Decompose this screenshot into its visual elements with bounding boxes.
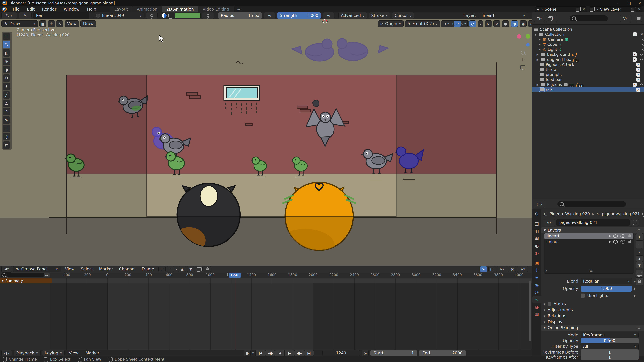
playhead[interactable]: [235, 274, 235, 350]
outliner-row-scene-collection[interactable]: Scene Collection: [532, 27, 644, 32]
viewport[interactable]: ✎ Draw ∨ ▣ ✛ ✳ View Draw ⌲ Origin ∨ ✎ Fr…: [0, 19, 532, 266]
properties-tab-particles[interactable]: ✦: [532, 274, 541, 281]
animate-dot-icon[interactable]: ●: [634, 280, 636, 283]
menu-edit[interactable]: Edit: [23, 6, 38, 12]
editor-type-dropdown[interactable]: ▢ ∨: [534, 15, 545, 22]
draw-menu[interactable]: Draw: [80, 20, 96, 27]
dope-sheet-menu-frame[interactable]: Frame: [139, 267, 157, 272]
keyframes-before-field[interactable]: 1: [580, 350, 639, 355]
move-layer-up-button[interactable]: ▲: [636, 255, 643, 262]
menu-render[interactable]: Render: [38, 6, 60, 12]
dope-sheet-menu-marker[interactable]: Marker: [96, 267, 116, 272]
exclude-checkbox[interactable]: ✓: [636, 78, 640, 82]
playback-menu[interactable]: Playback ∨: [14, 350, 40, 356]
previous-keyframe-button[interactable]: ◀◆: [265, 350, 275, 356]
advanced-dropdown[interactable]: Advanced ∨: [338, 12, 367, 19]
strength-pressure-button[interactable]: ∿: [323, 12, 334, 19]
tool-eyedropper-button[interactable]: ✦: [3, 83, 10, 90]
layer-row-colour[interactable]: colour: [544, 239, 634, 245]
pan-hand-icon[interactable]: ✛: [521, 58, 524, 62]
tool-box-button[interactable]: □: [3, 125, 10, 132]
timeline-ruler[interactable]: -400-20002004006008001000120014001600180…: [0, 273, 532, 278]
hide-eye-icon[interactable]: [642, 38, 644, 41]
collapse-icon[interactable]: ▼: [2, 279, 4, 282]
move-channel-up-button[interactable]: ▲: [179, 266, 186, 272]
hide-eye-icon[interactable]: [620, 234, 626, 238]
grease-pencil-canvas[interactable]: [0, 19, 532, 266]
summary-channel[interactable]: ▼ Summary: [0, 278, 52, 283]
shading-solid-button[interactable]: ●: [502, 20, 509, 27]
gp-datablock-dropdown[interactable]: ∿ ∨: [544, 219, 555, 226]
opacity-slider[interactable]: 1.000: [580, 286, 632, 292]
shading-material-button[interactable]: ◑: [511, 20, 518, 27]
shading-dropdown[interactable]: ∨: [528, 20, 532, 27]
channel-region[interactable]: ↔ ▼ Summary: [0, 273, 50, 350]
stroke-dropdown[interactable]: Stroke ∨: [369, 12, 390, 19]
axis-z-icon[interactable]: [526, 43, 530, 46]
material-dropdown[interactable]: lineart.049 ∨: [93, 12, 144, 19]
camera-view-icon[interactable]: [520, 65, 525, 69]
outliner-row-cube[interactable]: ▶ ▽ Cube △: [532, 42, 644, 47]
tool-tint-button[interactable]: ◑: [3, 66, 10, 73]
outliner-row-prompts[interactable]: prompts ✓: [532, 72, 644, 77]
onion-mode-dropdown[interactable]: Keyframes ∨: [580, 332, 639, 338]
axis-y-icon[interactable]: [526, 34, 530, 38]
outliner-row-food-bar[interactable]: food bar ✓: [532, 77, 644, 82]
expand-icon[interactable]: ▶: [536, 53, 539, 56]
display-panel-header[interactable]: ▶ Display: [541, 319, 644, 325]
outliner-row-light[interactable]: ▶ ◍ Light ⊙: [532, 47, 644, 52]
overlays-dropdown[interactable]: ∨: [478, 20, 483, 27]
keying-menu[interactable]: Keying ∨: [42, 350, 64, 356]
properties-tab-object-data[interactable]: ∿: [532, 296, 541, 303]
axis-x-icon[interactable]: [517, 34, 521, 38]
onion-skinning-panel-header[interactable]: ▼ Onion Skinning ∷∷: [541, 325, 644, 331]
masks-checkbox[interactable]: [548, 302, 552, 306]
close-button[interactable]: ✕: [638, 1, 641, 5]
properties-tab-world[interactable]: ◍: [532, 249, 541, 257]
maximize-button[interactable]: □: [628, 1, 631, 5]
filter-dropdown[interactable]: All ∨: [580, 343, 639, 350]
hide-eye-icon[interactable]: [640, 83, 644, 86]
jump-to-end-button[interactable]: ▶|: [304, 350, 314, 356]
fake-user-button[interactable]: [631, 219, 639, 226]
properties-tab-material[interactable]: ◕: [532, 303, 541, 311]
lock-icon[interactable]: [628, 241, 631, 243]
hide-eye-icon[interactable]: [640, 53, 644, 56]
add-workspace-button[interactable]: +: [234, 7, 244, 12]
unlink-scene-icon[interactable]: ✕: [582, 7, 586, 11]
pin-material-button[interactable]: [146, 12, 158, 19]
menu-help[interactable]: Help: [83, 6, 100, 12]
move-layer-down-button[interactable]: ▼: [636, 262, 643, 269]
remove-keyframe-button[interactable]: −: [167, 266, 174, 272]
breadcrumb-data[interactable]: pigeonwalking.021: [602, 212, 640, 216]
zoom-icon[interactable]: [521, 51, 525, 55]
expand-icon[interactable]: ▶: [536, 58, 539, 61]
remove-layer-button[interactable]: −: [636, 241, 643, 248]
properties-editor[interactable]: ▢ ∨ ⚙▤▥▦◐◍▣✢✦◉◎∿◕▩ ▢ Pigeon_Walking.020 …: [532, 199, 644, 356]
properties-tab-texture[interactable]: ▩: [532, 311, 541, 318]
radius-field[interactable]: Radius 15 px: [218, 12, 262, 19]
current-frame-field[interactable]: 1240: [322, 350, 360, 356]
tool-polyline-button[interactable]: ∠: [3, 99, 10, 107]
restriction-chevron-icon[interactable]: ∨: [641, 32, 643, 36]
properties-tab-object[interactable]: ▣: [532, 259, 541, 267]
outliner-row-pigeons-attack[interactable]: Pigeons Attack ✓: [532, 62, 644, 67]
outliner[interactable]: ▢ ∨ ∨ ∇ ∨ Scene Collection ▼ Collection …: [532, 12, 644, 200]
chevron-down-icon[interactable]: ∨: [175, 268, 177, 271]
tool-cutter-button[interactable]: ✂: [3, 74, 10, 82]
minimize-button[interactable]: ─: [618, 1, 620, 5]
shading-wireframe-button[interactable]: ⊘: [494, 20, 500, 27]
overlays-toggle[interactable]: ◔: [469, 20, 476, 27]
filter-dropdown[interactable]: ∇ ∨: [620, 15, 631, 22]
next-keyframe-button[interactable]: ◆▶: [294, 350, 304, 356]
menu-window[interactable]: Window: [60, 6, 83, 12]
exclude-checkbox[interactable]: ✓: [632, 83, 636, 87]
only-selected-toggle[interactable]: ➤: [480, 266, 487, 272]
expand-icon[interactable]: ▶: [538, 38, 541, 41]
multiframe-toggle[interactable]: ▣: [40, 20, 46, 27]
strength-slider[interactable]: Strength 1.000: [277, 12, 321, 19]
dope-sheet[interactable]: ◀◆ ∨ ✎ Grease Pencil ∨ ViewSelectMarkerC…: [0, 266, 532, 350]
brush-preview[interactable]: ✎: [19, 12, 32, 19]
tool-erase-button[interactable]: ⊘: [3, 58, 10, 65]
adjustments-panel-header[interactable]: ▶ Adjustments: [541, 307, 644, 313]
